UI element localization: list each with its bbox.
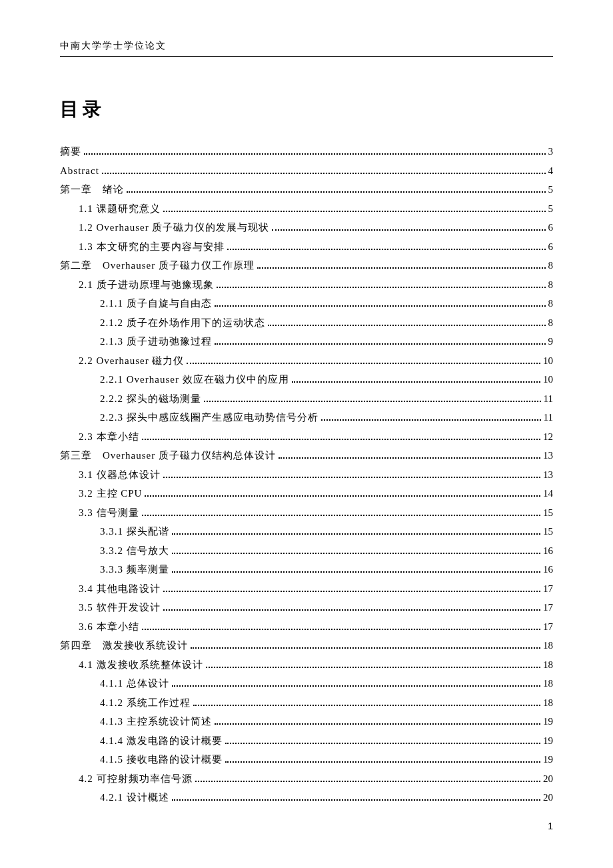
toc-entry-label: 第二章 Overhauser 质子磁力仪工作原理 xyxy=(60,256,255,275)
toc-entry[interactable]: 2.2.2 探头的磁场测量11 xyxy=(60,389,553,409)
toc-entry-label: 2.1.1 质子自旋与自由态 xyxy=(100,294,212,313)
toc-leader-dots xyxy=(215,299,546,307)
toc-entry[interactable]: 1.3 本文研究的主要内容与安排6 xyxy=(60,237,553,257)
toc-entry-label: 第三章 Overhauser 质子磁力仪结构总体设计 xyxy=(60,446,276,465)
toc-entry[interactable]: 3.4 其他电路设计17 xyxy=(60,579,553,599)
toc-entry[interactable]: 3.2 主控 CPU14 xyxy=(60,484,553,503)
toc-entry-label: 3.1 仪器总体设计 xyxy=(79,465,161,485)
toc-entry-label: 4.1.3 主控系统设计简述 xyxy=(100,712,212,731)
toc-entry-label: 3.4 其他电路设计 xyxy=(79,579,161,599)
toc-entry-label: 4.2 可控射频功率信号源 xyxy=(79,769,193,789)
toc-entry[interactable]: 4.1.3 主控系统设计简述19 xyxy=(60,712,553,731)
toc-entry[interactable]: 3.3.3 频率测量16 xyxy=(60,560,553,579)
toc-leader-dots xyxy=(142,621,541,630)
toc-entry[interactable]: 2.1.3 质子进动弛豫过程9 xyxy=(60,332,553,351)
toc-leader-dots xyxy=(257,261,546,269)
toc-entry-page: 6 xyxy=(548,237,554,257)
toc-entry-label: 4.1.5 接收电路的设计概要 xyxy=(100,750,223,769)
toc-entry[interactable]: 2.1.2 质子在外场作用下的运动状态8 xyxy=(60,313,553,333)
toc-entry[interactable]: 2.3 本章小结12 xyxy=(60,427,553,447)
toc-entry[interactable]: 4.1.5 接收电路的设计概要19 xyxy=(60,750,553,769)
toc-entry-label: 3.2 主控 CPU xyxy=(79,484,142,503)
toc-entry-label: 3.3.2 信号放大 xyxy=(100,541,169,561)
running-header: 中南大学学士学位论文 xyxy=(60,40,553,57)
toc-leader-dots xyxy=(84,147,546,155)
toc-leader-dots xyxy=(204,393,541,402)
toc-entry-page: 9 xyxy=(548,332,554,351)
toc-entry-page: 15 xyxy=(543,522,553,541)
toc-entry[interactable]: 4.1.2 系统工作过程18 xyxy=(60,693,553,713)
toc-entry-page: 10 xyxy=(543,351,553,371)
toc-entry-page: 13 xyxy=(543,465,553,485)
toc-entry[interactable]: 3.1 仪器总体设计13 xyxy=(60,465,553,485)
toc-entry[interactable]: 第一章 绪论5 xyxy=(60,180,553,199)
toc-entry-page: 19 xyxy=(543,731,553,751)
toc-entry[interactable]: 2.1.1 质子自旋与自由态8 xyxy=(60,294,553,313)
toc-entry[interactable]: 4.1 激发接收系统整体设计18 xyxy=(60,655,553,675)
toc-leader-dots xyxy=(172,545,540,554)
toc-entry[interactable]: 3.5 软件开发设计17 xyxy=(60,598,553,617)
toc-leader-dots xyxy=(102,165,546,174)
toc-leader-dots xyxy=(227,241,546,250)
toc-entry[interactable]: 第四章 激发接收系统设计18 xyxy=(60,636,553,655)
toc-leader-dots xyxy=(195,773,541,782)
toc-entry-label: 2.2.2 探头的磁场测量 xyxy=(100,389,201,409)
toc-leader-dots xyxy=(163,203,546,212)
page-number: 1 xyxy=(60,821,553,831)
toc-entry-label: 第一章 绪论 xyxy=(60,180,124,199)
toc-entry-page: 18 xyxy=(543,674,553,693)
toc-entry-label: 4.1.2 系统工作过程 xyxy=(100,693,191,713)
toc-entry-label: 4.2.1 设计概述 xyxy=(100,788,169,807)
toc-entry[interactable]: 第二章 Overhauser 质子磁力仪工作原理8 xyxy=(60,256,553,275)
toc-entry-page: 17 xyxy=(543,579,553,599)
toc-leader-dots xyxy=(292,375,540,383)
toc-entry[interactable]: 3.3.2 信号放大16 xyxy=(60,541,553,561)
toc-leader-dots xyxy=(191,641,540,649)
toc-entry[interactable]: Abstract4 xyxy=(60,161,553,181)
toc-entry[interactable]: 3.3.1 探头配谐15 xyxy=(60,522,553,541)
toc-entry-label: 4.1.1 总体设计 xyxy=(100,674,169,693)
toc-entry-label: 2.3 本章小结 xyxy=(79,427,139,447)
toc-leader-dots xyxy=(172,527,540,535)
toc-entry-page: 19 xyxy=(543,750,553,769)
toc-entry-page: 18 xyxy=(543,655,553,675)
toc-entry[interactable]: 4.2.1 设计概述20 xyxy=(60,788,553,807)
toc-entry-page: 20 xyxy=(543,769,553,789)
toc-entry[interactable]: 1.2 Overhauser 质子磁力仪的发展与现状6 xyxy=(60,218,553,237)
toc-entry[interactable]: 2.1 质子进动原理与弛豫现象8 xyxy=(60,275,553,295)
toc-entry[interactable]: 4.1.1 总体设计18 xyxy=(60,674,553,693)
toc-title: 目录 xyxy=(60,97,553,122)
toc-leader-dots xyxy=(142,507,541,516)
toc-entry-label: 2.1 质子进动原理与弛豫现象 xyxy=(79,275,214,295)
toc-entry[interactable]: 2.2 Overhauser 磁力仪10 xyxy=(60,351,553,371)
toc-entry-label: 3.3.3 频率测量 xyxy=(100,560,169,579)
toc-entry-label: 摘要 xyxy=(60,142,81,161)
toc-leader-dots xyxy=(145,489,540,497)
toc-entry[interactable]: 4.1.4 激发电路的设计概要19 xyxy=(60,731,553,751)
toc-entry[interactable]: 摘要3 xyxy=(60,142,553,161)
toc-entry-label: 3.5 软件开发设计 xyxy=(79,598,161,617)
toc-entry-label: 2.1.3 质子进动弛豫过程 xyxy=(100,332,212,351)
toc-entry-page: 8 xyxy=(548,313,554,333)
toc-entry[interactable]: 2.2.1 Overhauser 效应在磁力仪中的应用10 xyxy=(60,370,553,389)
toc-entry-page: 3 xyxy=(548,142,554,161)
toc-leader-dots xyxy=(279,451,540,459)
toc-entry[interactable]: 2.2.3 探头中感应线圈产生感应电动势信号分析11 xyxy=(60,408,553,427)
toc-entry-page: 8 xyxy=(548,256,554,275)
toc-entry[interactable]: 第三章 Overhauser 质子磁力仪结构总体设计13 xyxy=(60,446,553,465)
toc-entry[interactable]: 3.6 本章小结17 xyxy=(60,617,553,637)
toc-entry-page: 12 xyxy=(543,427,553,447)
toc-entry[interactable]: 4.2 可控射频功率信号源20 xyxy=(60,769,553,789)
toc-entry-label: 3.3 信号测量 xyxy=(79,503,139,523)
toc-entry-label: 第四章 激发接收系统设计 xyxy=(60,636,188,655)
toc-entry[interactable]: 1.1 课题研究意义5 xyxy=(60,199,553,219)
toc-entry-label: 2.2.3 探头中感应线圈产生感应电动势信号分析 xyxy=(100,408,318,427)
toc-entry[interactable]: 3.3 信号测量15 xyxy=(60,503,553,523)
toc-entry-page: 5 xyxy=(548,199,554,219)
toc-leader-dots xyxy=(142,431,541,440)
toc-entry-page: 13 xyxy=(543,446,553,465)
page-container: 中南大学学士学位论文 目录 摘要3Abstract4第一章 绪论51.1 课题研… xyxy=(0,0,613,858)
toc-leader-dots xyxy=(225,735,540,744)
toc-entry-label: 2.1.2 质子在外场作用下的运动状态 xyxy=(100,313,265,333)
toc-leader-dots xyxy=(193,697,540,706)
